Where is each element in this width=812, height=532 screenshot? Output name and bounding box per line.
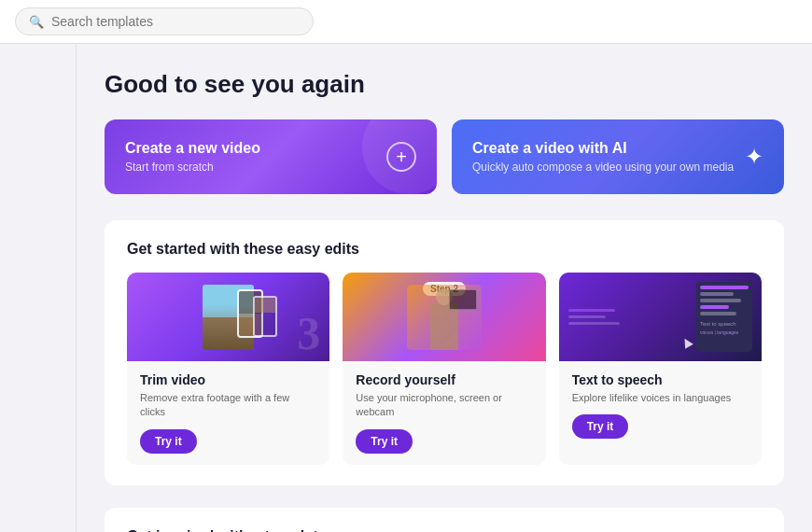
trim-video-try-button[interactable]: Try it [140,429,197,454]
record-yourself-desc: Use your microphone, screen or webcam [356,391,532,420]
edit-cards-row: 3 Trim video Remove extra footage with a… [127,273,762,465]
tts-desc: Explore lifelike voices in languages [572,391,749,405]
create-new-video-card[interactable]: Create a new video Start from scratch + [105,119,437,194]
trim-video-thumbnail: 3 [127,273,329,361]
templates-title: Get inspired with a template [127,528,762,532]
action-cards: Create a new video Start from scratch + … [105,119,784,194]
main-content: Good to see you again Create a new video… [77,44,812,532]
tts-title: Text to speech [572,372,749,387]
sidebar-strip [0,37,77,532]
welcome-title: Good to see you again [105,70,784,99]
templates-section: Get inspired with a template CHANNELNAME [105,508,784,532]
trim-video-desc: Remove extra footage with a few clicks [140,391,316,420]
create-ai-video-card[interactable]: Create a video with AI Quickly auto comp… [452,119,784,194]
record-yourself-try-button[interactable]: Try it [356,429,413,454]
search-box[interactable]: 🔍 [15,7,314,35]
top-bar: 🔍 [0,0,812,44]
record-yourself-card: Step 2 Record yourself Use y [343,273,545,465]
ai-video-subtitle: Quickly auto compose a video using your … [472,161,734,174]
record-yourself-thumbnail: Step 2 [343,273,545,361]
new-video-subtitle: Start from scratch [125,161,260,174]
cursor-icon [682,338,692,347]
tts-screenshot-mockup: Text to speech voices | languages [696,282,752,352]
easy-edits-title: Get started with these easy edits [127,241,762,258]
record-yourself-info: Record yourself Use your microphone, scr… [343,361,545,465]
search-icon: 🔍 [29,15,44,29]
trim-thumb-content [203,285,254,350]
new-video-text: Create a new video Start from scratch [125,140,260,174]
sparkle-icon: ✦ [745,144,763,170]
trim-video-info: Trim video Remove extra footage with a f… [127,361,329,465]
record-yourself-title: Record yourself [356,372,532,387]
trim-video-card: 3 Trim video Remove extra footage with a… [127,273,329,465]
easy-edits-section: Get started with these easy edits [105,220,784,485]
trim-video-title: Trim video [140,372,316,387]
new-video-title: Create a new video [125,140,260,157]
text-to-speech-card: Text to speech voices | languages Text t… [559,273,762,465]
tts-try-button[interactable]: Try it [572,414,629,439]
ai-video-title: Create a video with AI [472,140,734,157]
tts-thumbnail: Text to speech voices | languages [559,273,762,361]
search-input[interactable] [51,14,300,29]
tts-info: Text to speech Explore lifelike voices i… [559,361,762,450]
plus-icon: + [386,142,416,172]
ai-video-text: Create a video with AI Quickly auto comp… [472,140,734,174]
